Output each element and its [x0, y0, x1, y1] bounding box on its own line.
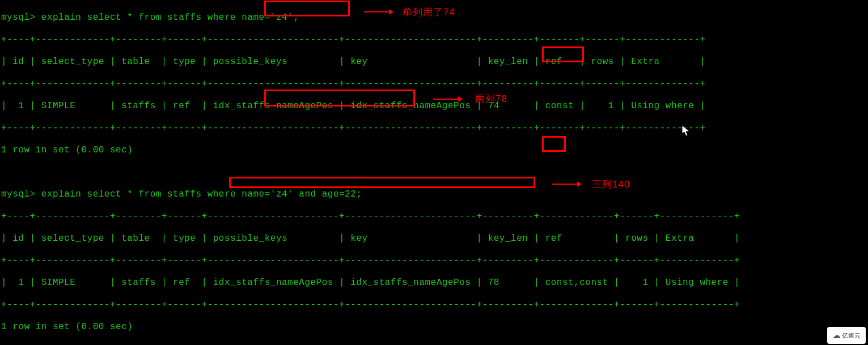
q2-sep-bot: +----+-------------+--------+------+----… — [1, 300, 868, 311]
q1-data-row: | 1 | SIMPLE | staffs | ref | idx_staffs… — [1, 101, 868, 112]
q1-sep-top: +----+-------------+--------+------+----… — [1, 35, 868, 46]
q1-sep-mid: +----+-------------+--------+------+----… — [1, 79, 868, 90]
annotation-q3: 三列140 — [592, 178, 630, 191]
q2-sep-mid: +----+-------------+--------+------+----… — [1, 255, 868, 267]
q2-header: | id | select_type | table | type | poss… — [1, 233, 868, 245]
q1-header: | id | select_type | table | type | poss… — [1, 57, 868, 68]
q1-sep-bot: +----+-------------+--------+------+----… — [1, 123, 868, 134]
q2-sep-top: +----+-------------+--------+------+----… — [1, 211, 868, 223]
blank-1 — [1, 167, 868, 178]
watermark-text: 亿速云 — [842, 331, 861, 340]
q2-data-row: | 1 | SIMPLE | staffs | ref | idx_staffs… — [1, 278, 868, 289]
q2-footer: 1 row in set (0.00 sec) — [1, 322, 868, 333]
watermark-badge: ☁ 亿速云 — [827, 327, 866, 344]
annotation-q1: 单列用了74 — [403, 6, 455, 19]
annotation-q2: 两列78 — [475, 92, 507, 105]
terminal-output: mysql> explain select * from staffs wher… — [0, 0, 868, 345]
q1-footer: 1 row in set (0.00 sec) — [1, 145, 868, 156]
q2-command: mysql> explain select * from staffs wher… — [1, 189, 868, 201]
cloud-icon: ☁ — [832, 330, 841, 340]
